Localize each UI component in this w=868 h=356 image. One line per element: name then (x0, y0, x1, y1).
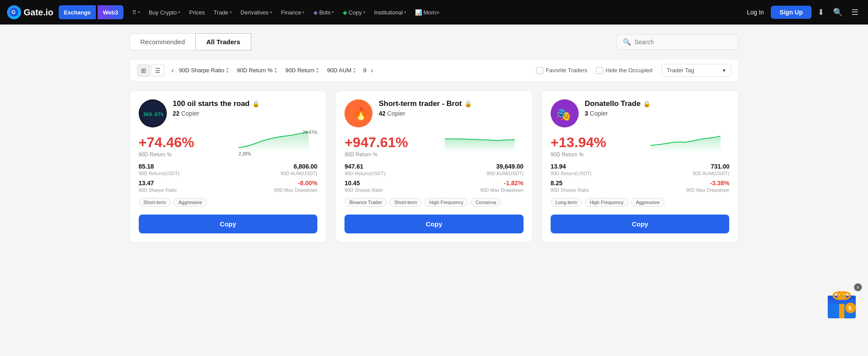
tab-recommended[interactable]: Recommended (130, 33, 196, 50)
sort-count-badge: 9 (362, 67, 368, 74)
nav-apps[interactable]: ⠿▾ (129, 0, 144, 25)
svg-text:G: G (11, 9, 15, 15)
drawdown-block: -8.00% 90D Max Drawdown (274, 180, 317, 193)
favorite-checkbox-box[interactable] (536, 67, 543, 74)
return-usdt-label: 90D Return(USDT) (344, 171, 386, 176)
nav-buy-crypto[interactable]: Buy Crypto▾ (145, 0, 184, 25)
drawdown-value: -8.00% (274, 180, 317, 187)
verified-icon: 🔒 (252, 100, 260, 107)
favorite-traders-checkbox[interactable]: Favorite Traders (536, 67, 587, 74)
stats-row-1: 85.18 90D Return(USDT) 6,806.00 90D AUM(… (139, 163, 318, 176)
aum-label: 90D AUM(USDT) (692, 171, 729, 176)
trader-tag: Binance Trader (344, 198, 387, 207)
verified-icon: 🔒 (643, 100, 650, 107)
trader-card: 🎭 Donatello Trade 🔒 3 Copier +13.94% 90D… (541, 90, 739, 243)
download-icon[interactable]: ⬇ (815, 7, 827, 17)
sort-next-arrow[interactable]: › (371, 67, 373, 74)
trader-tag: Aggressive (631, 198, 664, 207)
trader-tag: Aggressive (173, 198, 207, 207)
filter-row: ⊞ ☰ ‹ 90D Sharpe Ratio ▲▼ 90D Return % ▲… (130, 59, 739, 81)
sort-prev-arrow[interactable]: ‹ (172, 67, 174, 74)
aum-block: 39,649.00 90D AUM(USDT) (486, 163, 523, 176)
nav-trade[interactable]: Trade▾ (210, 0, 235, 25)
nav-bots[interactable]: ◈Bots▾ (310, 0, 337, 25)
stats-row-2: 13.47 90D Sharpe Ratio -8.00% 90D Max Dr… (139, 180, 318, 193)
return-usdt-value: 13.94 (551, 163, 592, 170)
chart-area: 74.47% 2.26% (239, 130, 317, 156)
sharpe-block: 8.25 90D Sharpe Ratio (551, 180, 589, 193)
sharpe-label: 90D Sharpe Ratio (344, 187, 383, 193)
exchange-button[interactable]: Exchange (59, 5, 96, 19)
sharpe-label: 90D Sharpe Ratio (551, 187, 589, 193)
trader-tag-dropdown[interactable]: Trader Tag ▾ (661, 64, 731, 77)
verified-icon: 🔒 (464, 100, 472, 107)
nav-mom[interactable]: 📊Mom> (411, 0, 443, 25)
filter-right: Favorite Traders Hide the Occupied Trade… (536, 64, 731, 77)
hide-occupied-checkbox-box[interactable] (596, 67, 603, 74)
nav-derivatives[interactable]: Derivatives▾ (237, 0, 276, 25)
nav-right-actions: Log In Sign Up ⬇ 🔍 ☰ (743, 6, 861, 19)
copier-count: 3 Copier (585, 110, 651, 117)
trader-name: Short-term trader - Brot 🔒 (379, 99, 472, 108)
copy-button[interactable]: Copy (551, 215, 730, 233)
list-view-button[interactable]: ☰ (151, 64, 165, 77)
drawdown-label: 90D Max Drawdown (480, 187, 524, 193)
trader-name-row: Donatello Trade 🔒 3 Copier (585, 99, 651, 117)
login-button[interactable]: Log In (743, 9, 767, 16)
avatar: 🎭 (551, 99, 579, 127)
trader-tag: High Frequency (585, 198, 629, 207)
web3-button[interactable]: Web3 (98, 5, 123, 19)
return-usdt-block: 947.61 90D Return(USDT) (344, 163, 386, 176)
sort-return-pct[interactable]: 90D Return % ▲▼ (234, 67, 280, 74)
return-usdt-block: 85.18 90D Return(USDT) (139, 163, 180, 176)
main-content: Recommended All Traders 🔍 ⊞ ☰ ‹ 90D Shar… (119, 25, 749, 251)
nav-institutional[interactable]: Institutional▾ (371, 0, 410, 25)
sharpe-value: 10.45 (344, 180, 383, 187)
tab-all-traders[interactable]: All Traders (195, 33, 251, 50)
sharpe-block: 10.45 90D Sharpe Ratio (344, 180, 383, 193)
drawdown-label: 90D Max Drawdown (686, 187, 729, 193)
nav-finance[interactable]: Finance▾ (278, 0, 308, 25)
svg-text:369.07%: 369.07% (143, 112, 164, 117)
search-icon[interactable]: 🔍 (830, 7, 845, 17)
drawdown-label: 90D Max Drawdown (274, 187, 317, 193)
logo[interactable]: G Gate.io (7, 5, 53, 19)
sort-aum[interactable]: 90D AUM ▲▼ (324, 67, 359, 74)
aum-value: 39,649.00 (486, 163, 523, 170)
nav-copy[interactable]: ◆Copy▾ (339, 0, 369, 25)
signup-button[interactable]: Sign Up (771, 6, 812, 19)
menu-icon[interactable]: ☰ (849, 7, 861, 17)
trader-tag: Short-term (139, 198, 171, 207)
return-usdt-value: 947.61 (344, 163, 386, 170)
copy-button[interactable]: Copy (139, 215, 318, 233)
tags-row: Binance TraderShort-termHigh FrequencyCo… (344, 198, 524, 207)
trader-name-row: 100 oil starts the road 🔒 22 Copier (173, 99, 260, 117)
aum-value: 6,806.00 (281, 163, 317, 170)
return-usdt-value: 85.18 (139, 163, 180, 170)
sort-return[interactable]: 90D Return ▲▼ (283, 67, 322, 74)
grid-view-button[interactable]: ⊞ (137, 64, 150, 77)
card-header: 🔥 Short-term trader - Brot 🔒 42 Copier (344, 99, 524, 127)
stats-row-2: 10.45 90D Sharpe Ratio -1.82% 90D Max Dr… (344, 180, 524, 193)
trader-tag: High Frequency (425, 198, 468, 207)
nav-prices[interactable]: Prices (186, 0, 208, 25)
aum-value: 731.00 (692, 163, 729, 170)
search-box: 🔍 (616, 34, 739, 50)
view-toggle: ⊞ ☰ (137, 64, 165, 77)
logo-icon: G (7, 5, 21, 19)
stats-row-1: 13.94 90D Return(USDT) 731.00 90D AUM(US… (551, 163, 730, 176)
sort-sharpe-ratio[interactable]: 90D Sharpe Ratio ▲▼ (176, 67, 232, 74)
stats-row-1: 947.61 90D Return(USDT) 39,649.00 90D AU… (344, 163, 524, 176)
card-header: 🎭 Donatello Trade 🔒 3 Copier (551, 99, 730, 127)
sharpe-block: 13.47 90D Sharpe Ratio (139, 180, 177, 193)
trader-name-row: Short-term trader - Brot 🔒 42 Copier (379, 99, 472, 117)
copy-button[interactable]: Copy (344, 215, 524, 233)
navbar: G Gate.io Exchange Web3 ⠿▾ Buy Crypto▾ P… (0, 0, 868, 25)
drawdown-value: -3.38% (686, 180, 729, 187)
search-input[interactable] (635, 39, 732, 46)
trader-tag: Long-term (551, 198, 582, 207)
return-usdt-block: 13.94 90D Return(USDT) (551, 163, 592, 176)
aum-block: 6,806.00 90D AUM(USDT) (281, 163, 317, 176)
drawdown-block: -1.82% 90D Max Drawdown (480, 180, 524, 193)
hide-occupied-checkbox[interactable]: Hide the Occupied (596, 67, 653, 74)
